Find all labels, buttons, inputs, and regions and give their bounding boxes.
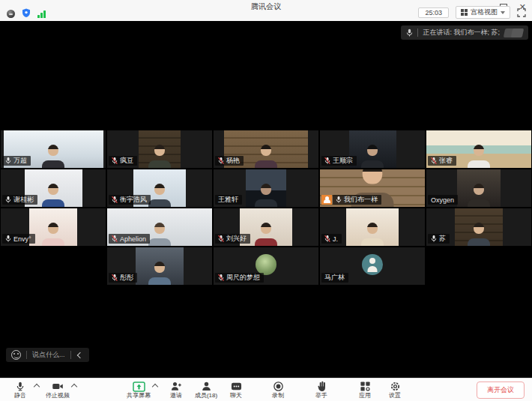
mic-status-icon xyxy=(112,235,118,243)
toolbar-item-share-screen[interactable]: 共享屏幕 xyxy=(126,381,151,399)
person-figure xyxy=(462,223,495,246)
toolbar-item-chat[interactable]: 聊天 xyxy=(223,381,249,399)
participant-tile[interactable]: Oxygen xyxy=(426,169,531,207)
participant-name: 苏 xyxy=(439,234,446,244)
invite-icon xyxy=(170,381,182,392)
expand-caret-share-screen[interactable] xyxy=(153,385,157,389)
participant-tile[interactable]: 彤彤 xyxy=(107,247,212,285)
participant-tile[interactable]: Envy° xyxy=(1,208,106,246)
tool-label: 应用 xyxy=(359,393,371,399)
participant-label: 万超 xyxy=(2,156,31,166)
person-figure xyxy=(250,223,282,246)
tool-label: 成员(18) xyxy=(195,393,217,399)
expand-caret-mute[interactable] xyxy=(34,385,39,389)
speaking-mic-icon xyxy=(406,28,413,37)
participant-tile[interactable]: 疯豆 xyxy=(107,130,212,168)
collapse-chat-icon[interactable] xyxy=(76,352,82,358)
expand-caret-stop-video[interactable] xyxy=(72,385,76,389)
settings-icon xyxy=(390,381,401,392)
participant-tile[interactable]: 万超 xyxy=(1,130,106,168)
person-figure xyxy=(250,184,282,207)
participant-tile[interactable]: 马广林 xyxy=(320,247,425,285)
network-signal-icon xyxy=(37,10,46,18)
emoji-icon[interactable] xyxy=(11,350,21,360)
apps-icon xyxy=(360,381,371,392)
participant-label: 马广林 xyxy=(321,273,348,283)
participant-label: 彤彤 xyxy=(109,273,137,283)
participant-tile[interactable]: J. xyxy=(320,208,425,246)
chat-input[interactable]: 说点什么... xyxy=(32,350,65,360)
toolbar-item-invite[interactable]: 邀请 xyxy=(163,381,189,399)
person-figure xyxy=(462,184,495,207)
participant-tile[interactable]: 苏 xyxy=(426,208,531,246)
participant-name: Oxygen xyxy=(431,196,454,204)
participant-name: 彤彤 xyxy=(120,273,133,283)
mic-status-icon xyxy=(324,235,330,243)
mic-status-icon xyxy=(112,196,118,204)
mic-status-icon xyxy=(218,157,224,165)
avatar xyxy=(362,254,383,275)
person-figure xyxy=(462,145,495,168)
toolbar-item-record[interactable]: 录制 xyxy=(265,381,291,399)
person-figure xyxy=(356,223,389,246)
chat-icon xyxy=(231,381,242,392)
participant-label: Envy° xyxy=(2,234,35,244)
mic-status-icon xyxy=(218,274,224,282)
view-switch-button[interactable]: 宫格视图 xyxy=(456,6,510,19)
participant-name: 万超 xyxy=(13,156,27,166)
participant-name: Envy° xyxy=(13,235,31,243)
speaker-thumbnails xyxy=(504,28,523,37)
person-figure xyxy=(37,145,70,168)
grid-view-icon xyxy=(461,9,468,16)
meeting-timer: 25:03 xyxy=(418,7,449,18)
participant-label: 苏 xyxy=(428,234,450,244)
tool-label: 设置 xyxy=(389,393,401,399)
participant-tile[interactable]: 王顺宗 xyxy=(320,130,425,168)
participant-tile[interactable]: 张睿 xyxy=(426,130,531,168)
participant-name: 衡宇浩风 xyxy=(120,195,147,205)
participant-name: 疯豆 xyxy=(120,156,133,166)
participant-label: 王雅轩 xyxy=(215,195,242,205)
participant-tile[interactable]: 王雅轩 xyxy=(214,169,318,207)
participant-label: 王顺宗 xyxy=(321,156,357,166)
speaking-text: 正在讲话: 我们布一样; 苏; xyxy=(423,28,500,37)
video-feed xyxy=(457,169,501,207)
meeting-info-icon[interactable] xyxy=(7,10,15,18)
participant-tile[interactable]: Aphelion xyxy=(107,208,212,246)
video-feed xyxy=(346,208,399,246)
chat-quick-bar[interactable]: 说点什么... xyxy=(6,348,89,362)
tool-label: 共享屏幕 xyxy=(127,393,151,399)
mic-status-icon xyxy=(112,157,118,165)
tool-label: 停止视频 xyxy=(46,393,70,399)
mic-icon xyxy=(15,381,25,392)
participant-tile[interactable]: 杨艳 xyxy=(214,130,318,168)
fullscreen-icon[interactable] xyxy=(517,8,526,17)
tool-label: 邀请 xyxy=(170,393,182,399)
toolbar-item-settings[interactable]: 设置 xyxy=(382,381,408,399)
participant-tile[interactable]: 谢桂彬 xyxy=(1,169,106,207)
participant-name: 刘兴好 xyxy=(226,234,247,244)
tool-label: 聊天 xyxy=(230,393,242,399)
leave-meeting-button[interactable]: 离开会议 xyxy=(477,382,525,399)
participant-tile[interactable]: 周尺的梦想 xyxy=(214,247,318,285)
participant-name: J. xyxy=(333,235,338,243)
participant-label: 刘兴好 xyxy=(215,234,250,244)
security-shield-icon[interactable] xyxy=(22,8,31,18)
titlebar: 腾讯会议 ✕ 25:03 宫格视图 xyxy=(0,0,532,21)
bottom-toolbar: 静音 停止视频 共享屏幕 邀请 成员(18) 聊天 录制 举手 应用 设置 离开… xyxy=(0,378,532,401)
toolbar-item-raise-hand[interactable]: 举手 xyxy=(309,381,334,399)
toolbar-item-apps[interactable]: 应用 xyxy=(352,381,378,399)
participant-tile[interactable]: 刘兴好 xyxy=(214,208,318,246)
participant-label: 我们布一样 xyxy=(321,195,381,205)
tool-label: 录制 xyxy=(272,393,284,399)
participant-tile[interactable]: 我们布一样 xyxy=(320,169,425,207)
toolbar-item-stop-video[interactable]: 停止视频 xyxy=(45,381,70,399)
video-feed xyxy=(29,208,77,246)
raise-hand-icon xyxy=(317,381,327,392)
participant-tile[interactable]: 衡宇浩风 xyxy=(107,169,212,207)
participant-name: Aphelion xyxy=(120,235,146,243)
participant-label: 衡宇浩风 xyxy=(109,195,151,205)
toolbar-item-mute[interactable]: 静音 xyxy=(7,381,33,399)
person-figure xyxy=(37,184,70,207)
toolbar-item-members[interactable]: 成员(18) xyxy=(193,381,219,399)
